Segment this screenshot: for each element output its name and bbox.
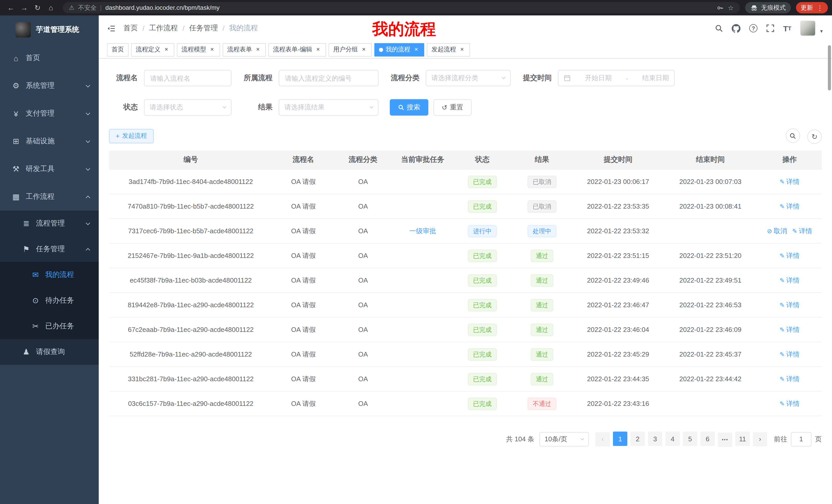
tab-label: 流程表单-编辑 <box>273 45 312 54</box>
sidebar-item-todo-tasks[interactable]: ⊙待办任务 <box>0 288 99 313</box>
sidebar-item-workflow[interactable]: ▦工作流程 <box>0 183 99 211</box>
pagination-more[interactable]: ••• <box>718 432 732 447</box>
close-icon[interactable]: × <box>163 46 170 53</box>
sidebar-item-task-mgmt[interactable]: ⚑任务管理 <box>0 236 99 262</box>
status-tag: 已完成 <box>468 373 497 385</box>
address-bar[interactable]: ⚠ 不安全 | dashboard.yudao.iocoder.cn/bpm/t… <box>63 2 740 13</box>
page-button-4[interactable]: 4 <box>666 431 680 446</box>
close-icon[interactable]: × <box>459 46 465 53</box>
sidebar-item-my-process[interactable]: ✉我的流程 <box>0 262 99 288</box>
breadcrumb-item[interactable]: 任务管理 <box>189 24 218 33</box>
detail-link[interactable]: ✎详情 <box>780 251 800 260</box>
status-tag: 进行中 <box>468 225 497 237</box>
sidebar-item-devtools[interactable]: ⚒研发工具 <box>0 155 99 183</box>
detail-link[interactable]: ✎详情 <box>780 399 800 408</box>
fullscreen-icon[interactable] <box>766 24 774 32</box>
forward-icon[interactable]: → <box>18 4 31 12</box>
font-size-icon[interactable]: TT <box>783 24 791 32</box>
chevron-down-icon[interactable]: ▾ <box>820 28 823 36</box>
submit-time-range-picker[interactable]: 开始日期 - 结束日期 <box>558 70 675 86</box>
detail-link[interactable]: ✎详情 <box>780 177 800 186</box>
tab-process-form-edit[interactable]: 流程表单-编辑× <box>268 43 326 56</box>
tab-start-process[interactable]: 发起流程× <box>427 43 470 56</box>
status-tag: 已完成 <box>468 274 497 286</box>
tab-process-definition[interactable]: 流程定义× <box>131 43 174 56</box>
detail-icon: ✎ <box>780 400 785 407</box>
sidebar-item-leave-query[interactable]: ♟请假查询 <box>0 339 99 365</box>
search-button[interactable]: 搜索 <box>390 99 428 116</box>
page-button-6[interactable]: 6 <box>700 431 715 446</box>
cell-category: OA <box>334 219 392 243</box>
cell-status: 已完成 <box>453 194 511 219</box>
avatar[interactable] <box>800 21 815 36</box>
search-icon[interactable] <box>715 24 723 32</box>
page-button-1[interactable]: 1 <box>613 431 627 446</box>
result-tag: 通过 <box>531 373 553 385</box>
cell-end-time: 2022-01-23 00:08:41 <box>663 194 757 219</box>
sidebar-item-label: 研发工具 <box>26 164 54 174</box>
cancel-link[interactable]: ⊘取消 <box>767 226 787 235</box>
breadcrumb-item[interactable]: 首页 <box>123 24 138 33</box>
toolbar-right-icons: ↻ <box>780 129 822 144</box>
range-separator: - <box>626 74 628 82</box>
bookmark-star-icon[interactable]: ☆ <box>728 4 734 11</box>
detail-link[interactable]: ✎详情 <box>780 349 800 359</box>
parent-process-input[interactable] <box>279 70 379 86</box>
sidebar-item-system[interactable]: ⚙系统管理 <box>0 72 99 100</box>
prev-page-button[interactable]: ‹ <box>595 432 610 446</box>
detail-link[interactable]: ✎详情 <box>780 276 800 285</box>
close-icon[interactable]: × <box>413 46 420 53</box>
close-icon[interactable]: × <box>361 46 367 53</box>
breadcrumb-item[interactable]: 工作流程 <box>149 24 178 33</box>
detail-link[interactable]: ✎详情 <box>780 202 800 211</box>
github-icon[interactable] <box>732 24 740 33</box>
reload-icon[interactable]: ↻ <box>31 4 44 12</box>
tab-process-model[interactable]: 流程模型× <box>177 43 220 56</box>
sidebar-item-payment[interactable]: ¥支付管理 <box>0 100 99 128</box>
next-page-button[interactable]: › <box>753 432 767 446</box>
tab-process-form[interactable]: 流程表单× <box>223 43 266 56</box>
browser-menu-dots-icon[interactable]: ⋮ <box>816 4 823 11</box>
back-icon[interactable]: ← <box>4 4 18 12</box>
close-icon[interactable]: × <box>209 46 215 53</box>
detail-link[interactable]: ✎详情 <box>780 374 800 384</box>
sidebar-item-infrastructure[interactable]: ⊞基础设施 <box>0 128 99 155</box>
goto-page-input[interactable] <box>791 432 811 446</box>
browser-home-icon[interactable]: ⌂ <box>44 4 58 12</box>
tab-user-group[interactable]: 用户分组× <box>329 43 372 56</box>
tab-my-process[interactable]: 我的流程× <box>374 43 424 56</box>
sidebar-item-done-tasks[interactable]: ✂已办任务 <box>0 313 99 339</box>
search-icon <box>398 104 404 110</box>
refresh-button[interactable]: ↻ <box>807 129 822 144</box>
reset-button[interactable]: ↺ 重置 <box>434 99 471 116</box>
status-select[interactable]: 请选择状态 <box>144 99 231 116</box>
detail-link[interactable]: ✎详情 <box>792 226 812 235</box>
process-name-input[interactable] <box>144 70 231 86</box>
chevron-up-icon <box>86 195 90 200</box>
detail-link[interactable]: ✎详情 <box>780 300 800 310</box>
logo[interactable]: 芋道管理系统 <box>0 16 99 44</box>
hamburger-icon[interactable] <box>107 24 116 33</box>
update-button[interactable]: 更新 ⋮ <box>796 2 828 13</box>
process-name-label: 流程名 <box>109 74 138 83</box>
page-size-select[interactable]: 10条/页 <box>539 432 589 446</box>
create-process-button[interactable]: + 发起流程 <box>109 129 154 143</box>
current-task-link[interactable]: 一级审批 <box>409 227 436 234</box>
search-toggle-button[interactable] <box>785 129 800 143</box>
detail-link[interactable]: ✎详情 <box>780 325 800 334</box>
cell-submit-time: 2022-01-22 23:44:35 <box>573 367 663 391</box>
tab-home[interactable]: 首页 <box>107 43 129 56</box>
page-button-5[interactable]: 5 <box>683 431 697 446</box>
close-icon[interactable]: × <box>315 46 321 53</box>
close-icon[interactable]: × <box>255 46 261 53</box>
help-icon[interactable]: ? <box>749 24 757 32</box>
page-button-3[interactable]: 3 <box>648 431 662 446</box>
sidebar-item-process-mgmt[interactable]: ≣流程管理 <box>0 211 99 236</box>
result-select[interactable]: 请选择流结果 <box>279 99 379 116</box>
scrollbar-thumb[interactable] <box>828 45 831 90</box>
key-icon[interactable] <box>717 4 724 11</box>
category-select[interactable]: 请选择流程分类 <box>426 70 511 86</box>
page-button-11[interactable]: 11 <box>735 431 750 446</box>
page-button-2[interactable]: 2 <box>630 431 645 446</box>
sidebar-item-home[interactable]: ⌂首页 <box>0 44 99 72</box>
